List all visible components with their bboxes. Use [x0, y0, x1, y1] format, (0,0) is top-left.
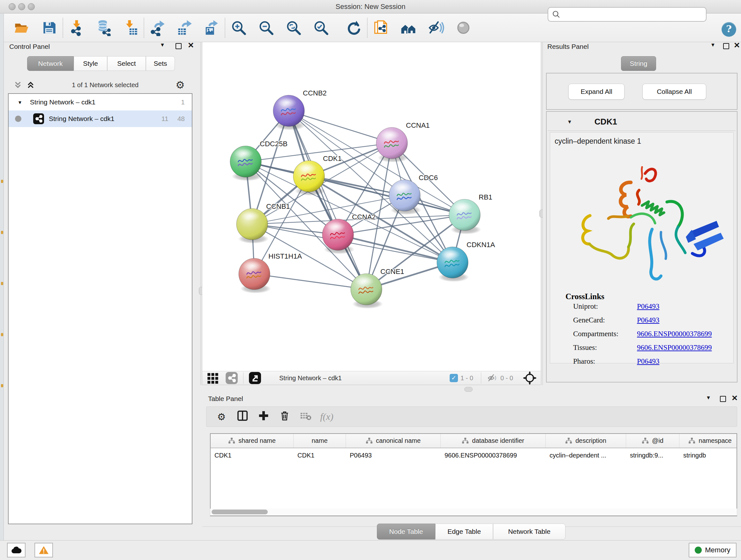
birds-eye-crosshair-icon[interactable] [523, 371, 537, 385]
control-panel-float-icon[interactable] [176, 43, 182, 49]
network-view-share-icon[interactable] [225, 372, 238, 384]
network-options-gear-icon[interactable]: ⚙ [176, 79, 185, 91]
collapse-all-chevron-icon[interactable] [26, 81, 35, 89]
network-node-CDC6[interactable]: CDC6 [389, 174, 438, 215]
show-columns-icon[interactable] [232, 410, 253, 423]
selected-checkbox-icon[interactable]: ✓ [450, 374, 458, 382]
tab-style[interactable]: Style [74, 56, 107, 71]
gene-entry-header[interactable]: ▼ CDK1 [548, 113, 736, 131]
clone-network-button[interactable] [372, 19, 390, 37]
function-builder-icon[interactable]: f(x) [316, 411, 337, 422]
tab-sets[interactable]: Sets [146, 56, 175, 71]
search-input[interactable] [560, 8, 706, 21]
tab-network[interactable]: Network [27, 56, 74, 71]
zoom-fit-button[interactable] [285, 19, 302, 37]
table-row[interactable]: CDK1CDK1P064939606.ENSP00000378699cyclin… [211, 448, 737, 462]
memory-button[interactable]: Memory [689, 543, 737, 557]
column-header-canonical-name[interactable]: canonical name [346, 434, 441, 448]
expand-all-button[interactable]: Expand All [568, 84, 624, 100]
scrollbar-thumb[interactable] [212, 509, 268, 514]
import-table-from-file-button[interactable] [121, 19, 139, 37]
node-table[interactable]: shared namenamecanonical namedatabase id… [210, 433, 737, 516]
table-cell[interactable]: 9606.ENSP00000378699 [441, 448, 546, 462]
tree-expander-icon[interactable]: ▼ [17, 100, 22, 105]
export-image-button[interactable] [202, 19, 220, 37]
help-button[interactable]: ? [722, 22, 736, 37]
delete-column-trash-icon[interactable] [274, 411, 295, 423]
zoom-in-button[interactable] [230, 19, 248, 37]
export-network-button[interactable] [149, 19, 166, 37]
zoom-selected-button[interactable] [312, 19, 330, 37]
network-node-CCNA1[interactable]: CCNA1 [376, 121, 430, 163]
network-tree-row[interactable]: String Network – cdk1 11 48 [9, 111, 192, 127]
show-all-button[interactable] [455, 19, 472, 37]
crosslink-link[interactable]: P06493 [637, 316, 659, 324]
tab-edge-table[interactable]: Edge Table [435, 523, 493, 540]
edge-HIST1H1A-CCNE1[interactable] [254, 274, 366, 289]
network-canvas[interactable]: CCNB2CCNA1CDC25BCDK1CDC6RB1CCNB1CCNA2CDK… [202, 42, 541, 371]
grid-view-icon[interactable] [207, 372, 219, 384]
save-session-button[interactable] [40, 19, 58, 37]
warning-button[interactable] [35, 543, 53, 557]
import-network-from-file-button[interactable] [68, 19, 85, 37]
zoom-fit-icon [285, 19, 302, 36]
column-header--id[interactable]: @id [626, 434, 679, 448]
import-table-icon [122, 19, 138, 36]
add-column-icon[interactable] [253, 411, 274, 423]
table-cell[interactable]: stringdb [679, 448, 737, 462]
column-header-name[interactable]: name [293, 434, 346, 448]
zoom-out-button[interactable] [257, 19, 275, 37]
column-header-description[interactable]: description [546, 434, 626, 448]
table-cell[interactable]: cyclin–dependent ... [546, 448, 626, 462]
column-header-database-identifier[interactable]: database identifier [441, 434, 546, 448]
table-cell[interactable]: CDK1 [211, 448, 293, 462]
crosslink-label: Uniprot: [573, 302, 637, 311]
tab-network-table[interactable]: Network Table [493, 523, 565, 540]
expand-all-chevron-icon[interactable] [14, 81, 22, 89]
horizontal-splitter-grip[interactable] [464, 387, 473, 392]
collapse-all-button[interactable]: Collapse All [643, 84, 706, 100]
first-neighbors-button[interactable] [400, 19, 417, 37]
table-cell[interactable]: CDK1 [293, 448, 346, 462]
table-panel-collapse-icon[interactable]: ▼ [706, 395, 711, 401]
results-panel-collapse-icon[interactable]: ▼ [711, 42, 716, 48]
delete-table-icon[interactable] [295, 410, 316, 424]
tab-select[interactable]: Select [107, 56, 146, 71]
table-settings-gear-icon[interactable]: ⚙ [211, 411, 232, 422]
hide-selection-button[interactable] [427, 19, 445, 37]
network-node-CCNB2[interactable]: CCNB2 [273, 89, 327, 130]
table-panel-float-icon[interactable] [720, 396, 726, 402]
cloud-button[interactable] [7, 543, 25, 557]
control-panel-close-icon[interactable]: ✕ [188, 42, 194, 48]
column-header-shared-name[interactable]: shared name [211, 434, 293, 448]
results-panel-close-icon[interactable]: ✕ [734, 42, 740, 48]
entry-expander-icon[interactable]: ▼ [567, 119, 572, 125]
import-network-from-database-button[interactable] [94, 19, 112, 37]
crosslink-link[interactable]: 9606.ENSP00000378699 [637, 330, 712, 338]
network-node-CDK1[interactable]: CDK1 [293, 154, 342, 196]
table-panel-close-icon[interactable]: ✕ [731, 395, 738, 401]
crosslink-link[interactable]: 9606.ENSP00000378699 [637, 344, 712, 352]
table-cell[interactable]: stringdb:9... [626, 448, 679, 462]
table-cell[interactable]: P06493 [346, 448, 441, 462]
open-session-button[interactable] [13, 19, 30, 37]
control-panel-collapse-icon[interactable]: ▼ [160, 42, 165, 48]
network-node-HIST1H1A[interactable]: HIST1H1A [239, 252, 302, 294]
apply-layout-button[interactable] [345, 19, 362, 37]
network-node-CDKN1A[interactable]: CDKN1A [437, 241, 495, 282]
status-bar: Memory [0, 540, 741, 560]
tab-node-table[interactable]: Node Table [377, 523, 435, 540]
crosslink-link[interactable]: P06493 [637, 357, 659, 366]
open-in-window-icon[interactable] [249, 372, 261, 384]
node-label-CCNA1: CCNA1 [406, 121, 430, 129]
column-header-namespace[interactable]: namespace [679, 434, 737, 448]
crosslink-link[interactable]: P06493 [637, 302, 659, 311]
export-table-button[interactable] [176, 19, 193, 37]
edge-CCNB2-CCNE1[interactable] [289, 111, 366, 289]
results-panel-float-icon[interactable] [723, 43, 729, 49]
network-node-RB1[interactable]: RB1 [449, 193, 492, 234]
network-tree-root-row[interactable]: ▼ String Network – cdk1 1 [9, 94, 192, 111]
table-horizontal-scrollbar[interactable] [210, 509, 737, 516]
tab-string[interactable]: String [621, 56, 656, 71]
network-graph[interactable]: CCNB2CCNA1CDC25BCDK1CDC6RB1CCNB1CCNA2CDK… [202, 42, 541, 371]
